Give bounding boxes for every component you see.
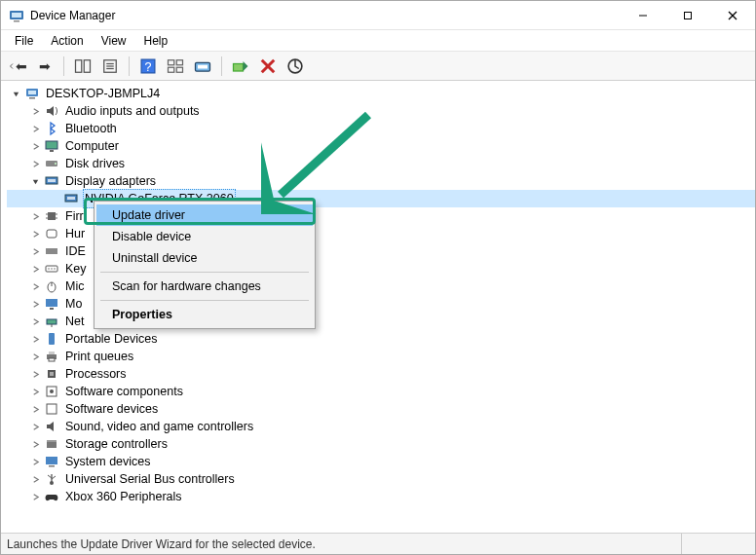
svg-rect-36 — [67, 197, 75, 200]
chevron-right-icon[interactable] — [28, 122, 42, 135]
cpu-icon — [44, 366, 59, 382]
toolbar-btn-5[interactable] — [165, 56, 186, 77]
scan-hardware-button[interactable] — [284, 56, 306, 77]
chevron-right-icon[interactable] — [28, 385, 42, 398]
menu-help[interactable]: Help — [136, 32, 176, 50]
chevron-down-icon[interactable] — [28, 174, 42, 188]
statusbar: Launches the Update Driver Wizard for th… — [1, 533, 755, 554]
chevron-right-icon[interactable] — [28, 332, 42, 346]
svg-rect-18 — [169, 67, 174, 72]
tree-category-system[interactable]: System devices — [7, 453, 755, 470]
menu-view[interactable]: View — [94, 32, 134, 50]
chevron-right-icon[interactable] — [28, 279, 42, 293]
svg-rect-4 — [685, 12, 692, 18]
statusbar-text: Launches the Update Driver Wizard for th… — [7, 537, 316, 551]
window-controls — [621, 1, 755, 29]
minimize-button[interactable] — [621, 1, 665, 29]
chevron-right-icon[interactable] — [28, 244, 42, 258]
enable-device-button[interactable] — [230, 56, 251, 77]
help-button[interactable]: ? — [137, 56, 159, 77]
chevron-right-icon[interactable] — [28, 420, 42, 433]
svg-rect-54 — [49, 333, 55, 345]
tree-category-swdevices[interactable]: Software devices — [7, 400, 755, 418]
software-icon — [44, 401, 59, 417]
chevron-right-icon[interactable] — [28, 157, 42, 170]
tree-category-audio[interactable]: Audio inputs and outputs — [7, 102, 755, 120]
chevron-right-icon[interactable] — [28, 437, 42, 451]
svg-rect-52 — [47, 319, 57, 324]
ctx-scan-hardware[interactable]: Scan for hardware changes — [96, 276, 313, 297]
statusbar-divider — [681, 534, 749, 554]
svg-rect-42 — [47, 230, 57, 238]
chevron-right-icon[interactable] — [28, 472, 42, 486]
chevron-right-icon[interactable] — [28, 314, 42, 328]
chip-icon — [44, 208, 59, 224]
network-icon — [44, 314, 59, 329]
ctx-separator — [100, 300, 309, 301]
chevron-down-icon[interactable] — [9, 87, 22, 100]
svg-rect-19 — [176, 67, 182, 72]
chevron-right-icon[interactable] — [28, 227, 42, 240]
system-icon — [44, 454, 59, 469]
svg-rect-1 — [12, 13, 21, 18]
back-button[interactable]: ⬅ — [7, 56, 28, 77]
ctx-separator — [100, 272, 309, 273]
svg-rect-50 — [46, 299, 57, 307]
context-menu: Update driver Disable device Uninstall d… — [94, 201, 316, 329]
tree-root[interactable]: DESKTOP-JBMPLJ4 — [7, 85, 755, 102]
svg-rect-27 — [28, 91, 36, 94]
tree-category-storage[interactable]: Storage controllers — [7, 435, 755, 453]
tree-category-disk[interactable]: Disk drives — [7, 155, 755, 172]
svg-rect-9 — [84, 59, 90, 72]
display-adapter-icon — [44, 173, 59, 189]
forward-button[interactable]: ➡ — [34, 56, 56, 77]
tree-category-sound[interactable]: Sound, video and game controllers — [7, 418, 755, 435]
gamepad-icon — [44, 489, 59, 504]
close-button[interactable] — [710, 1, 755, 29]
tree-category-computer[interactable]: Computer — [7, 137, 755, 155]
tree-category-processors[interactable]: Processors — [7, 365, 755, 383]
chevron-right-icon[interactable] — [28, 297, 42, 311]
ctx-disable-device[interactable]: Disable device — [96, 226, 313, 247]
chevron-right-icon[interactable] — [28, 209, 42, 223]
ctx-update-driver[interactable]: Update driver — [96, 204, 313, 226]
svg-rect-66 — [49, 465, 55, 467]
svg-rect-2 — [14, 20, 19, 22]
chevron-right-icon[interactable] — [28, 402, 42, 416]
tree-category-printq[interactable]: Print queues — [7, 348, 755, 365]
chevron-right-icon[interactable] — [28, 490, 42, 503]
update-driver-button[interactable] — [192, 56, 213, 77]
chevron-right-icon[interactable] — [28, 139, 42, 153]
svg-rect-57 — [49, 358, 55, 361]
hid-icon — [44, 226, 59, 241]
menu-file[interactable]: File — [7, 32, 41, 50]
chevron-right-icon[interactable] — [28, 104, 42, 118]
tree-category-usb[interactable]: Universal Serial Bus controllers — [7, 470, 755, 488]
svg-point-32 — [55, 163, 57, 165]
chevron-right-icon[interactable] — [28, 262, 42, 276]
uninstall-device-button[interactable] — [257, 56, 279, 77]
chevron-right-icon[interactable] — [28, 367, 42, 381]
svg-rect-62 — [47, 404, 57, 414]
printer-icon — [44, 349, 59, 364]
svg-point-47 — [54, 268, 55, 269]
show-hide-console-tree-button[interactable] — [72, 56, 94, 77]
display-adapter-icon — [63, 191, 79, 206]
menu-action[interactable]: Action — [43, 32, 91, 50]
usb-icon — [44, 471, 59, 487]
keyboard-icon — [44, 261, 59, 277]
ctx-properties[interactable]: Properties — [96, 304, 313, 325]
tree-category-xbox[interactable]: Xbox 360 Peripherals — [7, 488, 755, 505]
ctx-uninstall-device[interactable]: Uninstall device — [96, 247, 313, 269]
chevron-right-icon[interactable] — [28, 455, 42, 468]
svg-rect-30 — [50, 150, 54, 152]
menubar: File Action View Help — [1, 30, 755, 52]
maximize-button[interactable] — [665, 1, 710, 29]
chevron-right-icon[interactable] — [28, 350, 42, 363]
properties-button[interactable] — [99, 56, 121, 77]
tree-category-portable[interactable]: Portable Devices — [7, 330, 755, 348]
tree-category-display[interactable]: Display adapters — [7, 172, 755, 190]
svg-rect-8 — [76, 59, 82, 72]
tree-category-swcomponents[interactable]: Software components — [7, 383, 755, 400]
tree-category-bluetooth[interactable]: Bluetooth — [7, 120, 755, 137]
